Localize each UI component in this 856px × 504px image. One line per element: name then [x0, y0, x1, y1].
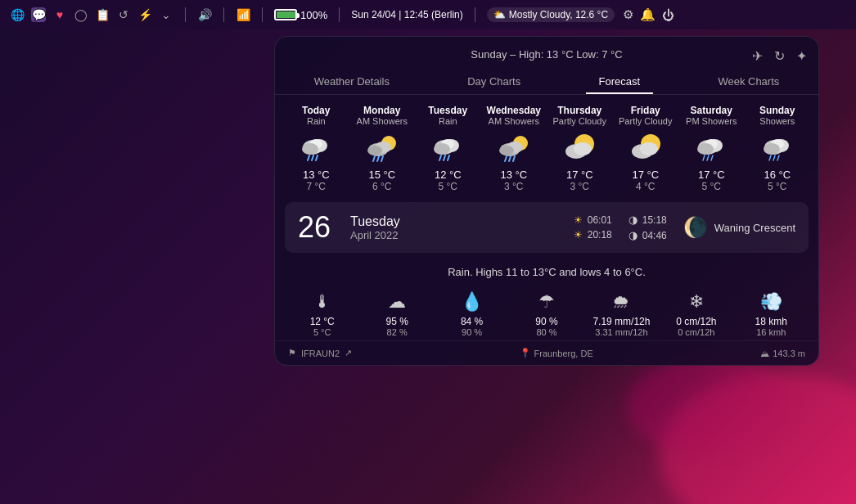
forecast-friday-high: 17 °C — [613, 169, 679, 181]
cloud-icon: ☁ — [359, 291, 434, 313]
forecast-friday[interactable]: Friday Partly Cloudy 17 °C 4 °C — [613, 105, 679, 192]
calendar-icon[interactable]: 📋 — [95, 7, 110, 22]
station-flag-icon: ⚑ — [288, 348, 296, 358]
divider5 — [475, 7, 475, 22]
forecast-tuesday[interactable]: Tuesday Rain 12 °C 5 °C — [415, 105, 481, 192]
svg-line-11 — [373, 156, 375, 161]
refresh-icon[interactable]: ↺ — [116, 7, 131, 22]
bluetooth-icon[interactable]: ⚡ — [137, 7, 152, 22]
detail-precip-high: 90 % — [509, 316, 583, 327]
svg-line-47 — [777, 155, 779, 160]
tab-week-charts[interactable]: Week Charts — [705, 70, 792, 94]
sunset-row: ☀ 20:18 — [574, 229, 612, 241]
svg-point-10 — [367, 146, 382, 155]
forecast-monday-high: 15 °C — [349, 169, 416, 181]
svg-point-24 — [499, 146, 514, 155]
svg-line-19 — [444, 155, 445, 160]
footer-elevation: ⛰ 143.3 m — [760, 349, 805, 358]
forecast-wednesday-condition: AM Showers — [481, 116, 547, 126]
forecast-saturday-day: Saturday — [678, 105, 745, 116]
forecast-today[interactable]: Today Rain 13 °C 7 °C — [283, 105, 349, 192]
plane-icon[interactable]: ✈ — [752, 48, 763, 64]
heart-icon[interactable]: ♥ — [52, 7, 67, 22]
moon-phase-label: Waning Crescent — [714, 222, 795, 234]
detail-cloud-high: 95 % — [359, 316, 434, 327]
chat-icon[interactable]: 💬 — [31, 7, 46, 22]
location-pin-icon: 📍 — [520, 348, 531, 358]
forecast-sunday-day: Sunday — [745, 105, 811, 116]
forecast-wednesday-low: 3 °C — [481, 181, 547, 192]
divider1 — [185, 7, 186, 22]
battery-area: 100% — [274, 9, 327, 21]
forecast-friday-condition: Partly Cloudy — [613, 116, 679, 126]
svg-line-27 — [513, 156, 515, 161]
forecast-tuesday-low: 5 °C — [415, 181, 481, 192]
pin-icon[interactable]: ✦ — [796, 48, 807, 64]
detail-rain-high: 7.19 mm/12h — [584, 316, 659, 327]
weather-description: Rain. Highs 11 to 13°C and lows 4 to 6°C… — [275, 259, 818, 285]
detail-icons-row: 🌡 12 °C 5 °C ☁ 95 % 82 % 💧 84 % 90 % ☂ 9… — [275, 285, 818, 340]
tab-day-charts[interactable]: Day Charts — [454, 70, 534, 94]
forecast-wednesday-high: 13 °C — [481, 169, 547, 181]
taskbar-power-icon[interactable]: ⏻ — [662, 8, 674, 22]
taskbar-datetime: Sun 24/04 | 12:45 (Berlin) — [351, 9, 463, 20]
forecast-today-day: Today — [283, 105, 349, 116]
globe-icon[interactable]: 🌐 — [10, 7, 25, 22]
svg-line-13 — [381, 156, 383, 161]
detail-rain-mm: 🌧 7.19 mm/12h 3.31 mm/12h — [584, 291, 659, 337]
wifi-icon[interactable]: 📶 — [236, 7, 250, 22]
station-expand-icon: ↗ — [345, 348, 352, 358]
forecast-sunday[interactable]: Sunday Showers 16 °C 5 °C — [745, 105, 811, 192]
forecast-sunday-icon — [759, 129, 795, 165]
taskbar-right-icons: ⚙ 🔔 ⏻ — [623, 7, 674, 22]
forecast-friday-day: Friday — [613, 105, 679, 116]
detail-cloud: ☁ 95 % 82 % — [359, 291, 434, 337]
forecast-thursday-low: 3 °C — [547, 181, 613, 192]
taskbar-bell-icon[interactable]: 🔔 — [640, 7, 656, 22]
forecast-thursday-day: Thursday — [547, 105, 613, 116]
forecast-sunday-high: 16 °C — [745, 169, 811, 181]
wind-icon: 💨 — [734, 291, 809, 313]
taskbar-weather[interactable]: ⛅ Mostly Cloudy, 12.6 °C — [487, 7, 615, 22]
sunrise-time: 06:01 — [588, 214, 612, 226]
moonrise-row: ◑ 15:18 — [628, 214, 667, 226]
forecast-tuesday-condition: Rain — [415, 116, 481, 126]
refresh-widget-icon[interactable]: ↻ — [774, 48, 785, 64]
forecast-monday[interactable]: Monday AM Showers 15 °C 6 °C — [349, 105, 416, 192]
sun-times: ☀ 06:01 ☀ 20:18 — [574, 214, 612, 241]
umbrella-icon: ☂ — [509, 291, 583, 313]
forecast-today-icon — [298, 129, 334, 165]
date-info: Tuesday April 2022 — [350, 214, 557, 241]
detail-humidity: 💧 84 % 90 % — [435, 291, 509, 337]
tab-forecast[interactable]: Forecast — [586, 70, 654, 94]
svg-line-39 — [707, 155, 709, 160]
forecast-friday-icon — [628, 129, 664, 165]
forecast-tuesday-day: Tuesday — [415, 105, 481, 116]
forecast-monday-condition: AM Showers — [349, 116, 416, 126]
detail-humidity-high: 84 % — [435, 316, 509, 327]
taskbar-settings-icon[interactable]: ⚙ — [623, 7, 633, 22]
svg-line-38 — [703, 155, 705, 160]
date-detail-section: 26 Tuesday April 2022 ☀ 06:01 ☀ 20:18 ◑ … — [285, 202, 809, 253]
forecast-tuesday-high: 12 °C — [415, 169, 481, 181]
forecast-saturday[interactable]: Saturday PM Showers 17 °C 5 °C — [678, 105, 745, 192]
date-weekday: Tuesday — [350, 214, 557, 229]
forecast-today-low: 7 °C — [283, 181, 349, 192]
forecast-row: Today Rain 13 °C 7 °C Monday AM Showers — [275, 95, 818, 196]
moonrise-icon: ◑ — [628, 214, 637, 226]
forecast-wednesday[interactable]: Wednesday AM Showers 13 °C 3 °C — [481, 105, 547, 192]
forecast-thursday-condition: Partly Cloudy — [547, 116, 613, 126]
moon-times: ◑ 15:18 ◑ 04:46 — [628, 214, 667, 241]
expand-icon[interactable]: ⌄ — [159, 7, 173, 22]
detail-wind-high: 18 kmh — [734, 316, 809, 327]
svg-point-37 — [697, 143, 714, 155]
footer-station: ⚑ IFRAUN2 ↗ — [288, 348, 352, 358]
menu-icon[interactable]: ◯ — [74, 7, 88, 22]
battery-pct: 100% — [300, 9, 327, 21]
tab-weather-details[interactable]: Weather Details — [301, 70, 403, 94]
forecast-thursday[interactable]: Thursday Partly Cloudy 17 °C 3 °C — [547, 105, 613, 192]
svg-line-4 — [308, 155, 309, 160]
forecast-saturday-high: 17 °C — [678, 169, 745, 181]
volume-icon[interactable]: 🔊 — [197, 7, 212, 22]
detail-snow-low: 0 cm/12h — [659, 327, 733, 337]
